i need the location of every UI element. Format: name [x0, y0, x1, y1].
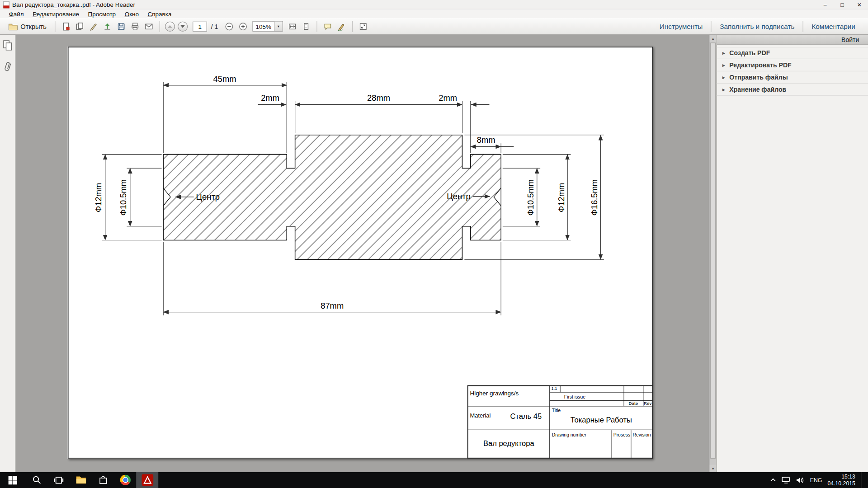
- chrome-button[interactable]: [114, 472, 136, 488]
- page-number-input[interactable]: [193, 21, 207, 31]
- panel-item-edit-pdf[interactable]: ▸ Редактировать PDF: [717, 59, 868, 71]
- menu-item-window[interactable]: Окно: [120, 10, 143, 17]
- pdf-page: 45mm 2mm 28mm 2mm 8mm 87mm Ф12mm Ф10.5mm…: [67, 47, 653, 459]
- save-button[interactable]: [115, 19, 127, 33]
- share-button[interactable]: [101, 19, 113, 33]
- sign-in-button[interactable]: Войти: [841, 36, 859, 43]
- dia-12-left-label: Ф12mm: [94, 183, 103, 212]
- panel-item-label: Хранение файлов: [729, 86, 786, 93]
- panel-item-create-pdf[interactable]: ▸ Создать PDF: [717, 47, 868, 59]
- fullscreen-button[interactable]: [357, 19, 369, 33]
- toolbar-separator: [352, 21, 353, 32]
- zoom-level-combo[interactable]: 105% ▼: [252, 21, 283, 32]
- dim-45-label: 45mm: [213, 74, 236, 84]
- fit-width-icon: [288, 22, 297, 31]
- document-area[interactable]: 45mm 2mm 28mm 2mm 8mm 87mm Ф12mm Ф10.5mm…: [15, 35, 709, 472]
- menu-item-view[interactable]: Просмотр: [84, 10, 120, 17]
- clock-time: 15:13: [841, 474, 855, 479]
- menu-item-help[interactable]: Справка: [143, 10, 176, 17]
- comment-button[interactable]: [321, 19, 334, 33]
- tray-chevron-icon[interactable]: [770, 478, 776, 482]
- fill-sign-button[interactable]: [335, 19, 348, 33]
- envelope-icon: [145, 22, 154, 31]
- dia-165-right-label: Ф16.5mm: [590, 179, 599, 216]
- close-button[interactable]: ✕: [851, 0, 868, 9]
- dim-87-label: 87mm: [321, 301, 344, 310]
- panel-item-send-files[interactable]: ▸ Отправить файлы: [717, 71, 868, 84]
- workspace: 45mm 2mm 28mm 2mm 8mm 87mm Ф12mm Ф10.5mm…: [0, 35, 868, 472]
- folder-icon: [8, 23, 18, 30]
- start-button[interactable]: [0, 472, 25, 488]
- tb-date: Date: [628, 401, 638, 406]
- minimize-button[interactable]: –: [816, 0, 834, 9]
- tab-tools[interactable]: Инструменты: [651, 21, 711, 32]
- network-icon[interactable]: [782, 476, 791, 483]
- file-explorer-button[interactable]: [70, 472, 92, 488]
- fit-page-icon: [302, 22, 311, 31]
- system-tray: ENG 15:13 04.10.2015: [770, 472, 868, 488]
- page-thumbnails-icon[interactable]: [3, 40, 13, 51]
- fit-page-button[interactable]: [300, 19, 312, 33]
- show-desktop-button[interactable]: [861, 472, 863, 488]
- copy-pages-icon: [75, 22, 85, 31]
- windows-taskbar: ENG 15:13 04.10.2015: [0, 472, 868, 488]
- email-button[interactable]: [143, 19, 155, 33]
- panel-item-label: Отправить файлы: [729, 74, 788, 80]
- chrome-icon: [120, 475, 130, 485]
- page-count-label: / 1: [211, 23, 218, 30]
- attachments-paperclip-icon[interactable]: [3, 60, 12, 72]
- fit-width-button[interactable]: [286, 19, 298, 33]
- tb-first-issue: First issue: [564, 394, 586, 399]
- menu-item-file[interactable]: Файл: [5, 10, 28, 17]
- tb-title-label: Title: [552, 408, 561, 413]
- title-bar: Вал редуктора_токарка..pdf - Adobe Reade…: [0, 0, 868, 9]
- pdf-file-icon: [3, 1, 9, 8]
- open-button[interactable]: Открыть: [5, 19, 51, 33]
- dim-2-right-label: 2mm: [439, 93, 457, 103]
- export-pdf-button[interactable]: [60, 19, 72, 33]
- volume-icon[interactable]: [796, 477, 804, 483]
- tb-material-value: Сталь 45: [510, 412, 542, 421]
- panel-item-store-files[interactable]: ▸ Хранение файлов: [717, 84, 868, 96]
- windows-store-button[interactable]: [92, 472, 114, 488]
- taskbar-clock[interactable]: 15:13 04.10.2015: [828, 474, 855, 486]
- scroll-down-button[interactable]: ▼: [710, 465, 717, 472]
- comment-bubble-icon: [323, 22, 332, 31]
- zoom-out-button[interactable]: [223, 19, 235, 33]
- window-controls: – □ ✕: [816, 0, 868, 9]
- dim-28-label: 28mm: [367, 93, 390, 103]
- scroll-up-button[interactable]: ▲: [710, 35, 717, 42]
- technical-drawing: 45mm 2mm 28mm 2mm 8mm 87mm Ф12mm Ф10.5mm…: [67, 47, 653, 459]
- print-button[interactable]: [129, 19, 141, 33]
- tb-drawing-number: Drawing number: [552, 432, 587, 437]
- tab-fill-sign[interactable]: Заполнить и подписать: [711, 21, 803, 32]
- tb-scale: 1:1: [552, 386, 557, 391]
- store-bag-icon: [99, 475, 107, 485]
- zoom-in-button[interactable]: [237, 19, 249, 33]
- next-page-button[interactable]: [178, 21, 188, 31]
- combo-dropdown-arrow-icon[interactable]: ▼: [274, 22, 282, 31]
- scroll-thumb[interactable]: [710, 42, 716, 459]
- printer-icon: [131, 22, 140, 31]
- menu-item-edit[interactable]: Редактирование: [28, 10, 84, 17]
- taskbar-search-button[interactable]: [25, 472, 47, 488]
- previous-page-button[interactable]: [165, 21, 175, 31]
- main-toolbar: Открыть: [0, 18, 868, 35]
- dia-105-left-label: Ф10.5mm: [118, 179, 128, 216]
- sign-document-button[interactable]: [88, 19, 100, 33]
- chevron-up-icon: [167, 24, 173, 28]
- vertical-scrollbar[interactable]: ▲ ▼: [709, 35, 717, 472]
- zoom-value-label: 105%: [253, 22, 274, 31]
- tab-comments[interactable]: Комментарии: [803, 21, 863, 32]
- task-view-button[interactable]: [47, 472, 70, 488]
- adobe-reader-taskbar-button[interactable]: [136, 472, 158, 488]
- maximize-button[interactable]: □: [834, 0, 851, 9]
- language-indicator[interactable]: ENG: [810, 477, 822, 483]
- file-explorer-icon: [75, 476, 86, 484]
- open-button-label: Открыть: [20, 23, 47, 30]
- convert-button[interactable]: [74, 19, 86, 33]
- tb-revision: Revision: [633, 432, 651, 437]
- share-upload-icon: [103, 22, 112, 31]
- toolbar-separator: [316, 21, 317, 32]
- window-title: Вал редуктора_токарка..pdf - Adobe Reade…: [12, 1, 135, 8]
